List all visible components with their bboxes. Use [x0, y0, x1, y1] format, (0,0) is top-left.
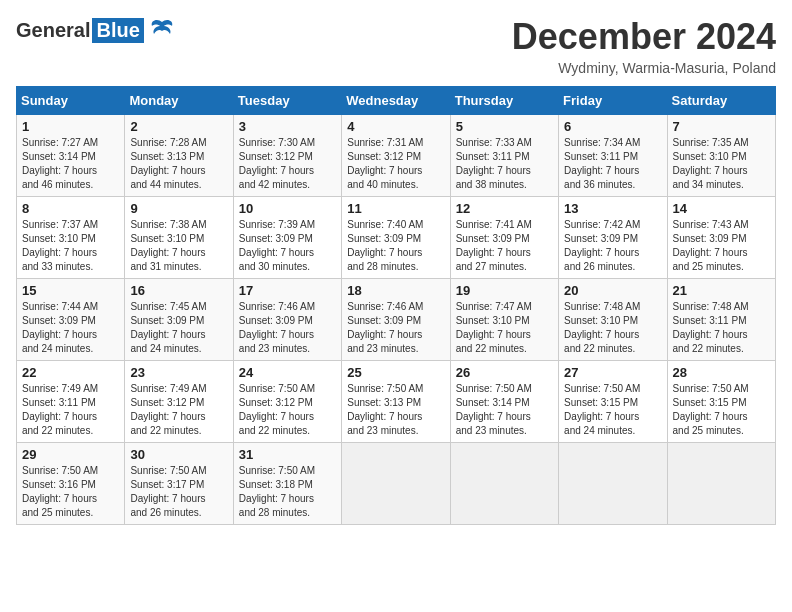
table-row: 6Sunrise: 7:34 AM Sunset: 3:11 PM Daylig… — [559, 115, 667, 197]
day-info: Sunrise: 7:49 AM Sunset: 3:12 PM Dayligh… — [130, 382, 227, 438]
day-info: Sunrise: 7:50 AM Sunset: 3:15 PM Dayligh… — [673, 382, 770, 438]
day-number: 12 — [456, 201, 553, 216]
day-number: 20 — [564, 283, 661, 298]
table-row: 9Sunrise: 7:38 AM Sunset: 3:10 PM Daylig… — [125, 197, 233, 279]
day-info: Sunrise: 7:30 AM Sunset: 3:12 PM Dayligh… — [239, 136, 336, 192]
day-number: 3 — [239, 119, 336, 134]
table-row: 18Sunrise: 7:46 AM Sunset: 3:09 PM Dayli… — [342, 279, 450, 361]
table-row: 17Sunrise: 7:46 AM Sunset: 3:09 PM Dayli… — [233, 279, 341, 361]
day-info: Sunrise: 7:43 AM Sunset: 3:09 PM Dayligh… — [673, 218, 770, 274]
col-wednesday: Wednesday — [342, 87, 450, 115]
table-row — [342, 443, 450, 525]
day-number: 26 — [456, 365, 553, 380]
table-row: 19Sunrise: 7:47 AM Sunset: 3:10 PM Dayli… — [450, 279, 558, 361]
day-info: Sunrise: 7:46 AM Sunset: 3:09 PM Dayligh… — [347, 300, 444, 356]
calendar-header-row: Sunday Monday Tuesday Wednesday Thursday… — [17, 87, 776, 115]
day-info: Sunrise: 7:39 AM Sunset: 3:09 PM Dayligh… — [239, 218, 336, 274]
day-info: Sunrise: 7:38 AM Sunset: 3:10 PM Dayligh… — [130, 218, 227, 274]
calendar: Sunday Monday Tuesday Wednesday Thursday… — [16, 86, 776, 525]
day-number: 24 — [239, 365, 336, 380]
day-info: Sunrise: 7:40 AM Sunset: 3:09 PM Dayligh… — [347, 218, 444, 274]
day-number: 19 — [456, 283, 553, 298]
table-row: 1Sunrise: 7:27 AM Sunset: 3:14 PM Daylig… — [17, 115, 125, 197]
day-number: 5 — [456, 119, 553, 134]
day-info: Sunrise: 7:50 AM Sunset: 3:13 PM Dayligh… — [347, 382, 444, 438]
col-friday: Friday — [559, 87, 667, 115]
day-info: Sunrise: 7:33 AM Sunset: 3:11 PM Dayligh… — [456, 136, 553, 192]
day-number: 29 — [22, 447, 119, 462]
day-number: 21 — [673, 283, 770, 298]
table-row: 31Sunrise: 7:50 AM Sunset: 3:18 PM Dayli… — [233, 443, 341, 525]
day-number: 13 — [564, 201, 661, 216]
day-number: 9 — [130, 201, 227, 216]
day-info: Sunrise: 7:49 AM Sunset: 3:11 PM Dayligh… — [22, 382, 119, 438]
day-number: 16 — [130, 283, 227, 298]
day-number: 28 — [673, 365, 770, 380]
header: General Blue December 2024 Wydminy, Warm… — [16, 16, 776, 76]
table-row: 23Sunrise: 7:49 AM Sunset: 3:12 PM Dayli… — [125, 361, 233, 443]
table-row: 14Sunrise: 7:43 AM Sunset: 3:09 PM Dayli… — [667, 197, 775, 279]
table-row: 25Sunrise: 7:50 AM Sunset: 3:13 PM Dayli… — [342, 361, 450, 443]
table-row: 22Sunrise: 7:49 AM Sunset: 3:11 PM Dayli… — [17, 361, 125, 443]
table-row: 27Sunrise: 7:50 AM Sunset: 3:15 PM Dayli… — [559, 361, 667, 443]
subtitle: Wydminy, Warmia-Masuria, Poland — [512, 60, 776, 76]
calendar-week-row: 15Sunrise: 7:44 AM Sunset: 3:09 PM Dayli… — [17, 279, 776, 361]
table-row: 28Sunrise: 7:50 AM Sunset: 3:15 PM Dayli… — [667, 361, 775, 443]
day-info: Sunrise: 7:31 AM Sunset: 3:12 PM Dayligh… — [347, 136, 444, 192]
day-number: 30 — [130, 447, 227, 462]
day-info: Sunrise: 7:46 AM Sunset: 3:09 PM Dayligh… — [239, 300, 336, 356]
col-sunday: Sunday — [17, 87, 125, 115]
calendar-week-row: 22Sunrise: 7:49 AM Sunset: 3:11 PM Dayli… — [17, 361, 776, 443]
day-number: 27 — [564, 365, 661, 380]
bird-icon — [148, 16, 176, 44]
table-row — [559, 443, 667, 525]
day-info: Sunrise: 7:42 AM Sunset: 3:09 PM Dayligh… — [564, 218, 661, 274]
month-title: December 2024 — [512, 16, 776, 58]
day-number: 7 — [673, 119, 770, 134]
day-number: 25 — [347, 365, 444, 380]
logo: General Blue — [16, 16, 176, 44]
table-row: 29Sunrise: 7:50 AM Sunset: 3:16 PM Dayli… — [17, 443, 125, 525]
day-info: Sunrise: 7:44 AM Sunset: 3:09 PM Dayligh… — [22, 300, 119, 356]
table-row: 21Sunrise: 7:48 AM Sunset: 3:11 PM Dayli… — [667, 279, 775, 361]
table-row: 12Sunrise: 7:41 AM Sunset: 3:09 PM Dayli… — [450, 197, 558, 279]
col-thursday: Thursday — [450, 87, 558, 115]
day-info: Sunrise: 7:50 AM Sunset: 3:16 PM Dayligh… — [22, 464, 119, 520]
day-number: 22 — [22, 365, 119, 380]
table-row: 2Sunrise: 7:28 AM Sunset: 3:13 PM Daylig… — [125, 115, 233, 197]
table-row: 30Sunrise: 7:50 AM Sunset: 3:17 PM Dayli… — [125, 443, 233, 525]
table-row: 26Sunrise: 7:50 AM Sunset: 3:14 PM Dayli… — [450, 361, 558, 443]
day-number: 11 — [347, 201, 444, 216]
col-saturday: Saturday — [667, 87, 775, 115]
col-monday: Monday — [125, 87, 233, 115]
calendar-week-row: 1Sunrise: 7:27 AM Sunset: 3:14 PM Daylig… — [17, 115, 776, 197]
day-number: 2 — [130, 119, 227, 134]
day-info: Sunrise: 7:48 AM Sunset: 3:11 PM Dayligh… — [673, 300, 770, 356]
day-number: 6 — [564, 119, 661, 134]
day-info: Sunrise: 7:50 AM Sunset: 3:18 PM Dayligh… — [239, 464, 336, 520]
day-info: Sunrise: 7:34 AM Sunset: 3:11 PM Dayligh… — [564, 136, 661, 192]
table-row — [667, 443, 775, 525]
table-row: 24Sunrise: 7:50 AM Sunset: 3:12 PM Dayli… — [233, 361, 341, 443]
table-row: 11Sunrise: 7:40 AM Sunset: 3:09 PM Dayli… — [342, 197, 450, 279]
table-row: 4Sunrise: 7:31 AM Sunset: 3:12 PM Daylig… — [342, 115, 450, 197]
day-info: Sunrise: 7:27 AM Sunset: 3:14 PM Dayligh… — [22, 136, 119, 192]
day-info: Sunrise: 7:35 AM Sunset: 3:10 PM Dayligh… — [673, 136, 770, 192]
day-number: 14 — [673, 201, 770, 216]
day-info: Sunrise: 7:48 AM Sunset: 3:10 PM Dayligh… — [564, 300, 661, 356]
table-row: 5Sunrise: 7:33 AM Sunset: 3:11 PM Daylig… — [450, 115, 558, 197]
table-row: 8Sunrise: 7:37 AM Sunset: 3:10 PM Daylig… — [17, 197, 125, 279]
calendar-week-row: 29Sunrise: 7:50 AM Sunset: 3:16 PM Dayli… — [17, 443, 776, 525]
table-row: 20Sunrise: 7:48 AM Sunset: 3:10 PM Dayli… — [559, 279, 667, 361]
table-row: 7Sunrise: 7:35 AM Sunset: 3:10 PM Daylig… — [667, 115, 775, 197]
table-row: 10Sunrise: 7:39 AM Sunset: 3:09 PM Dayli… — [233, 197, 341, 279]
table-row: 13Sunrise: 7:42 AM Sunset: 3:09 PM Dayli… — [559, 197, 667, 279]
table-row: 3Sunrise: 7:30 AM Sunset: 3:12 PM Daylig… — [233, 115, 341, 197]
day-info: Sunrise: 7:41 AM Sunset: 3:09 PM Dayligh… — [456, 218, 553, 274]
day-number: 8 — [22, 201, 119, 216]
calendar-week-row: 8Sunrise: 7:37 AM Sunset: 3:10 PM Daylig… — [17, 197, 776, 279]
day-number: 18 — [347, 283, 444, 298]
day-number: 31 — [239, 447, 336, 462]
day-info: Sunrise: 7:50 AM Sunset: 3:15 PM Dayligh… — [564, 382, 661, 438]
table-row — [450, 443, 558, 525]
